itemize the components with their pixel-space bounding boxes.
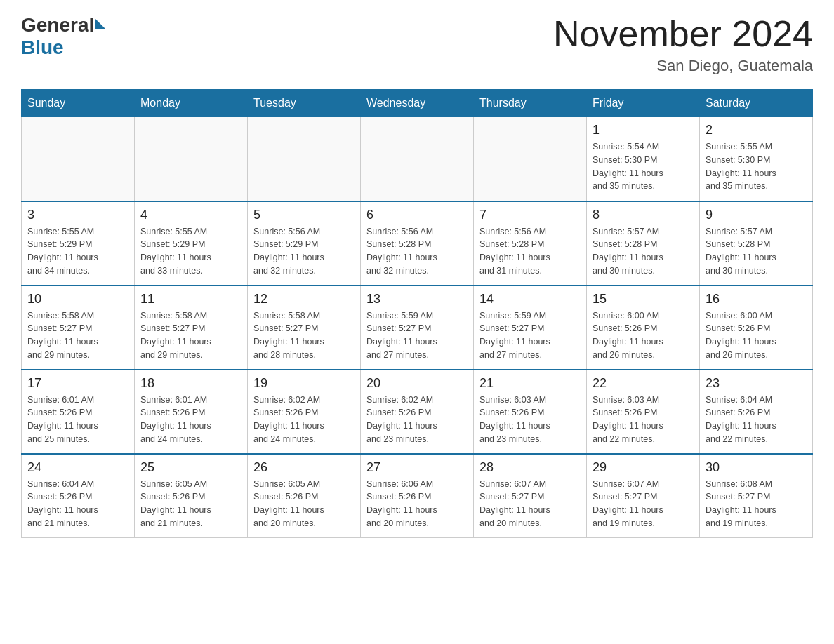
calendar-day-cell: 13Sunrise: 5:59 AM Sunset: 5:27 PM Dayli… (361, 286, 474, 370)
calendar-day-cell: 24Sunrise: 6:04 AM Sunset: 5:26 PM Dayli… (22, 454, 135, 538)
day-number: 30 (706, 460, 807, 475)
calendar-day-cell: 29Sunrise: 6:07 AM Sunset: 5:27 PM Dayli… (587, 454, 700, 538)
weekday-header-friday: Friday (587, 90, 700, 117)
day-info: Sunrise: 6:04 AM Sunset: 5:26 PM Dayligh… (27, 478, 128, 530)
day-info: Sunrise: 6:04 AM Sunset: 5:26 PM Dayligh… (706, 394, 807, 446)
calendar-day-cell: 18Sunrise: 6:01 AM Sunset: 5:26 PM Dayli… (135, 370, 248, 454)
day-info: Sunrise: 5:58 AM Sunset: 5:27 PM Dayligh… (253, 309, 355, 362)
calendar-day-cell: 3Sunrise: 5:55 AM Sunset: 5:29 PM Daylig… (22, 201, 135, 286)
day-number: 24 (27, 460, 128, 475)
day-info: Sunrise: 6:03 AM Sunset: 5:26 PM Dayligh… (479, 394, 581, 446)
day-number: 6 (366, 208, 468, 222)
day-info: Sunrise: 5:59 AM Sunset: 5:27 PM Dayligh… (479, 309, 581, 362)
title-section: November 2024 San Diego, Guatemala (553, 14, 813, 75)
day-number: 14 (479, 292, 581, 307)
page-header: General Blue November 2024 San Diego, Gu… (21, 14, 813, 75)
calendar-day-cell: 6Sunrise: 5:56 AM Sunset: 5:28 PM Daylig… (361, 201, 474, 286)
day-info: Sunrise: 6:02 AM Sunset: 5:26 PM Dayligh… (253, 394, 355, 446)
day-number: 26 (253, 460, 355, 475)
day-info: Sunrise: 6:05 AM Sunset: 5:26 PM Dayligh… (140, 478, 241, 530)
calendar-day-cell: 30Sunrise: 6:08 AM Sunset: 5:27 PM Dayli… (700, 454, 813, 538)
calendar-day-cell: 12Sunrise: 5:58 AM Sunset: 5:27 PM Dayli… (248, 286, 361, 370)
day-number: 3 (27, 208, 128, 222)
day-number: 5 (253, 208, 355, 222)
weekday-header-row: SundayMondayTuesdayWednesdayThursdayFrid… (22, 90, 813, 117)
day-number: 9 (706, 208, 807, 222)
calendar-week-row: 24Sunrise: 6:04 AM Sunset: 5:26 PM Dayli… (22, 454, 813, 538)
day-number: 29 (593, 460, 694, 475)
calendar-day-cell: 28Sunrise: 6:07 AM Sunset: 5:27 PM Dayli… (474, 454, 587, 538)
logo-general-text: General (21, 14, 94, 36)
calendar-day-cell (474, 117, 587, 201)
calendar-day-cell (135, 117, 248, 201)
day-number: 16 (706, 292, 807, 307)
calendar-day-cell: 16Sunrise: 6:00 AM Sunset: 5:26 PM Dayli… (700, 286, 813, 370)
calendar-day-cell: 2Sunrise: 5:55 AM Sunset: 5:30 PM Daylig… (700, 117, 813, 201)
calendar-title: November 2024 (553, 14, 813, 54)
calendar-day-cell: 1Sunrise: 5:54 AM Sunset: 5:30 PM Daylig… (587, 117, 700, 201)
day-info: Sunrise: 5:57 AM Sunset: 5:28 PM Dayligh… (593, 225, 694, 278)
day-info: Sunrise: 6:05 AM Sunset: 5:26 PM Dayligh… (253, 478, 355, 530)
calendar-day-cell: 19Sunrise: 6:02 AM Sunset: 5:26 PM Dayli… (248, 370, 361, 454)
day-number: 25 (140, 460, 241, 475)
day-info: Sunrise: 5:55 AM Sunset: 5:29 PM Dayligh… (27, 225, 128, 278)
day-number: 22 (593, 376, 694, 391)
day-info: Sunrise: 6:01 AM Sunset: 5:26 PM Dayligh… (140, 394, 241, 446)
weekday-header-monday: Monday (135, 90, 248, 117)
logo-arrow-icon (95, 19, 105, 29)
day-info: Sunrise: 6:07 AM Sunset: 5:27 PM Dayligh… (479, 478, 581, 530)
day-info: Sunrise: 5:55 AM Sunset: 5:30 PM Dayligh… (706, 140, 807, 193)
calendar-day-cell: 8Sunrise: 5:57 AM Sunset: 5:28 PM Daylig… (587, 201, 700, 286)
calendar-day-cell: 5Sunrise: 5:56 AM Sunset: 5:29 PM Daylig… (248, 201, 361, 286)
calendar-day-cell (361, 117, 474, 201)
day-info: Sunrise: 5:58 AM Sunset: 5:27 PM Dayligh… (27, 309, 128, 362)
weekday-header-saturday: Saturday (700, 90, 813, 117)
calendar-day-cell: 17Sunrise: 6:01 AM Sunset: 5:26 PM Dayli… (22, 370, 135, 454)
calendar-day-cell: 23Sunrise: 6:04 AM Sunset: 5:26 PM Dayli… (700, 370, 813, 454)
calendar-day-cell: 20Sunrise: 6:02 AM Sunset: 5:26 PM Dayli… (361, 370, 474, 454)
day-number: 20 (366, 376, 468, 391)
calendar-subtitle: San Diego, Guatemala (553, 57, 813, 75)
day-number: 27 (366, 460, 468, 475)
day-info: Sunrise: 6:00 AM Sunset: 5:26 PM Dayligh… (593, 309, 694, 362)
day-info: Sunrise: 6:08 AM Sunset: 5:27 PM Dayligh… (706, 478, 807, 530)
calendar-table: SundayMondayTuesdayWednesdayThursdayFrid… (21, 89, 813, 538)
weekday-header-sunday: Sunday (22, 90, 135, 117)
calendar-day-cell: 22Sunrise: 6:03 AM Sunset: 5:26 PM Dayli… (587, 370, 700, 454)
day-info: Sunrise: 5:56 AM Sunset: 5:29 PM Dayligh… (253, 225, 355, 278)
day-info: Sunrise: 5:59 AM Sunset: 5:27 PM Dayligh… (366, 309, 468, 362)
day-info: Sunrise: 5:56 AM Sunset: 5:28 PM Dayligh… (366, 225, 468, 278)
day-number: 17 (27, 376, 128, 391)
calendar-day-cell: 7Sunrise: 5:56 AM Sunset: 5:28 PM Daylig… (474, 201, 587, 286)
day-number: 28 (479, 460, 581, 475)
day-info: Sunrise: 5:55 AM Sunset: 5:29 PM Dayligh… (140, 225, 241, 278)
day-number: 2 (706, 123, 807, 137)
calendar-day-cell (22, 117, 135, 201)
calendar-day-cell: 26Sunrise: 6:05 AM Sunset: 5:26 PM Dayli… (248, 454, 361, 538)
day-info: Sunrise: 5:57 AM Sunset: 5:28 PM Dayligh… (706, 225, 807, 278)
day-info: Sunrise: 5:58 AM Sunset: 5:27 PM Dayligh… (140, 309, 241, 362)
day-number: 19 (253, 376, 355, 391)
day-info: Sunrise: 6:03 AM Sunset: 5:26 PM Dayligh… (593, 394, 694, 446)
calendar-day-cell: 10Sunrise: 5:58 AM Sunset: 5:27 PM Dayli… (22, 286, 135, 370)
day-number: 11 (140, 292, 241, 307)
weekday-header-thursday: Thursday (474, 90, 587, 117)
calendar-day-cell (248, 117, 361, 201)
calendar-week-row: 3Sunrise: 5:55 AM Sunset: 5:29 PM Daylig… (22, 201, 813, 286)
calendar-day-cell: 11Sunrise: 5:58 AM Sunset: 5:27 PM Dayli… (135, 286, 248, 370)
day-number: 7 (479, 208, 581, 222)
calendar-week-row: 17Sunrise: 6:01 AM Sunset: 5:26 PM Dayli… (22, 370, 813, 454)
calendar-week-row: 1Sunrise: 5:54 AM Sunset: 5:30 PM Daylig… (22, 117, 813, 201)
day-info: Sunrise: 6:07 AM Sunset: 5:27 PM Dayligh… (593, 478, 694, 530)
weekday-header-tuesday: Tuesday (248, 90, 361, 117)
calendar-day-cell: 9Sunrise: 5:57 AM Sunset: 5:28 PM Daylig… (700, 201, 813, 286)
calendar-day-cell: 27Sunrise: 6:06 AM Sunset: 5:26 PM Dayli… (361, 454, 474, 538)
day-info: Sunrise: 6:06 AM Sunset: 5:26 PM Dayligh… (366, 478, 468, 530)
calendar-day-cell: 21Sunrise: 6:03 AM Sunset: 5:26 PM Dayli… (474, 370, 587, 454)
day-number: 8 (593, 208, 694, 222)
calendar-week-row: 10Sunrise: 5:58 AM Sunset: 5:27 PM Dayli… (22, 286, 813, 370)
day-number: 1 (593, 123, 694, 137)
day-number: 15 (593, 292, 694, 307)
day-info: Sunrise: 6:01 AM Sunset: 5:26 PM Dayligh… (27, 394, 128, 446)
logo: General Blue (21, 14, 105, 59)
